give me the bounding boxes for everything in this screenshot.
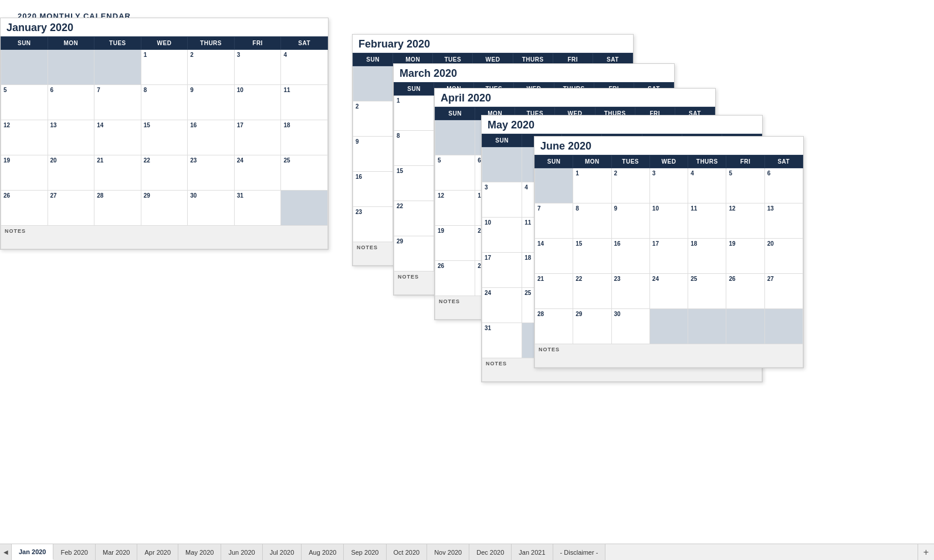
jan-table: SUN MON TUES WED THURS FRI SAT 1 <box>1 36 328 249</box>
table-cell <box>649 309 688 344</box>
table-cell: 17 <box>649 239 688 274</box>
table-cell: 7 <box>94 85 141 120</box>
table-cell: 3 <box>482 182 522 218</box>
table-cell: 8 <box>141 85 188 120</box>
table-cell: 15 <box>573 239 611 274</box>
table-cell: 2 <box>353 101 393 137</box>
table-cell: 17 <box>482 253 522 288</box>
table-cell: 13 <box>48 120 94 155</box>
apr-title: April 2020 <box>435 89 715 107</box>
table-cell: 9 <box>611 203 649 239</box>
table-cell: 28 <box>94 191 141 226</box>
table-cell: 14 <box>535 239 573 274</box>
table-cell: 19 <box>1 155 48 191</box>
calendar-jan: January 2020 SUN MON TUES WED THURS FRI … <box>0 18 329 250</box>
table-cell: 13 <box>764 203 803 239</box>
table-cell: 21 <box>94 155 141 191</box>
table-cell: 15 <box>394 166 434 201</box>
table-cell: 29 <box>141 191 188 226</box>
table-cell: 18 <box>688 239 726 274</box>
tab-disclaimer[interactable]: - Disclaimer - <box>553 544 606 560</box>
table-cell: 24 <box>482 288 522 323</box>
table-cell: 24 <box>234 155 281 191</box>
table-cell: 8 <box>573 203 611 239</box>
col-sun: SUN <box>353 53 393 66</box>
main-content: 2020 MONTHLY CALENDAR January 2020 SUN M… <box>0 0 934 544</box>
mar-title: March 2020 <box>394 64 674 82</box>
tab-jan2020[interactable]: Jan 2020 <box>12 544 53 560</box>
table-cell <box>435 120 475 155</box>
jan-header: SUN MON TUES WED THURS FRI SAT <box>1 37 328 50</box>
table-cell: 31 <box>234 191 281 226</box>
table-cell <box>281 191 328 226</box>
col-wed: WED <box>141 37 188 50</box>
tab-feb2020[interactable]: Feb 2020 <box>53 544 95 560</box>
table-cell: 3 <box>234 50 281 85</box>
tab-nov2020[interactable]: Nov 2020 <box>427 544 469 560</box>
table-cell: 18 <box>281 120 328 155</box>
table-cell: 11 <box>281 85 328 120</box>
tab-nav-left[interactable]: ◀ <box>0 544 12 560</box>
table-cell <box>94 50 141 85</box>
table-cell: 6 <box>764 168 803 203</box>
tab-jul2020[interactable]: Jul 2020 <box>263 544 302 560</box>
table-cell: 10 <box>234 85 281 120</box>
table-cell <box>1 50 48 85</box>
table-cell: 22 <box>141 155 188 191</box>
table-cell: 27 <box>764 274 803 309</box>
table-cell <box>48 50 94 85</box>
calendar-jun: June 2020 SUN MON TUES WED THURS FRI SAT <box>534 136 804 368</box>
table-cell: 27 <box>48 191 94 226</box>
tab-bar: ◀ Jan 2020 Feb 2020 Mar 2020 Apr 2020 Ma… <box>0 544 934 560</box>
table-cell: 29 <box>394 236 434 271</box>
table-cell: 6 <box>48 85 94 120</box>
tab-apr2020[interactable]: Apr 2020 <box>137 544 178 560</box>
table-cell: 5 <box>726 168 764 203</box>
tab-mar2020[interactable]: Mar 2020 <box>96 544 137 560</box>
table-cell <box>688 309 726 344</box>
table-cell <box>535 168 573 203</box>
tab-oct2020[interactable]: Oct 2020 <box>387 544 428 560</box>
table-cell: 12 <box>726 203 764 239</box>
table-cell: 19 <box>435 226 475 261</box>
col-sun: SUN <box>1 37 48 50</box>
tab-may2020[interactable]: May 2020 <box>178 544 221 560</box>
jan-title: January 2020 <box>1 18 328 36</box>
table-cell: 30 <box>611 309 649 344</box>
col-mon: MON <box>48 37 94 50</box>
table-cell: 15 <box>141 120 188 155</box>
table-cell: 12 <box>1 120 48 155</box>
col-sat: SAT <box>281 37 328 50</box>
table-cell: 19 <box>726 239 764 274</box>
table-cell: 14 <box>94 120 141 155</box>
tab-jan2021[interactable]: Jan 2021 <box>512 544 553 560</box>
table-cell: 2 <box>188 50 235 85</box>
tab-jun2020[interactable]: Jun 2020 <box>221 544 262 560</box>
jun-table: SUN MON TUES WED THURS FRI SAT 1 2 3 <box>534 155 803 368</box>
table-cell: 26 <box>435 261 475 296</box>
tab-add-button[interactable]: + <box>918 544 934 560</box>
table-cell: 8 <box>394 131 434 166</box>
tab-aug2020[interactable]: Aug 2020 <box>302 544 344 560</box>
table-cell: 22 <box>394 201 434 236</box>
col-tue: TUES <box>94 37 141 50</box>
table-cell: 16 <box>611 239 649 274</box>
table-cell: 10 <box>482 218 522 253</box>
table-cell: 22 <box>573 274 611 309</box>
table-cell <box>726 309 764 344</box>
table-cell: 31 <box>482 323 522 358</box>
may-title: May 2020 <box>482 116 762 134</box>
tab-sep2020[interactable]: Sep 2020 <box>344 544 386 560</box>
table-cell: 20 <box>48 155 94 191</box>
table-cell: 7 <box>535 203 573 239</box>
table-cell: 4 <box>688 168 726 203</box>
table-cell: 25 <box>688 274 726 309</box>
notes-cell: NOTES <box>1 226 328 249</box>
table-cell: 26 <box>726 274 764 309</box>
table-cell: 23 <box>611 274 649 309</box>
table-cell: 2 <box>611 168 649 203</box>
col-thu: THURS <box>188 37 235 50</box>
table-cell: 5 <box>1 85 48 120</box>
table-cell <box>353 66 393 101</box>
tab-dec2020[interactable]: Dec 2020 <box>469 544 512 560</box>
